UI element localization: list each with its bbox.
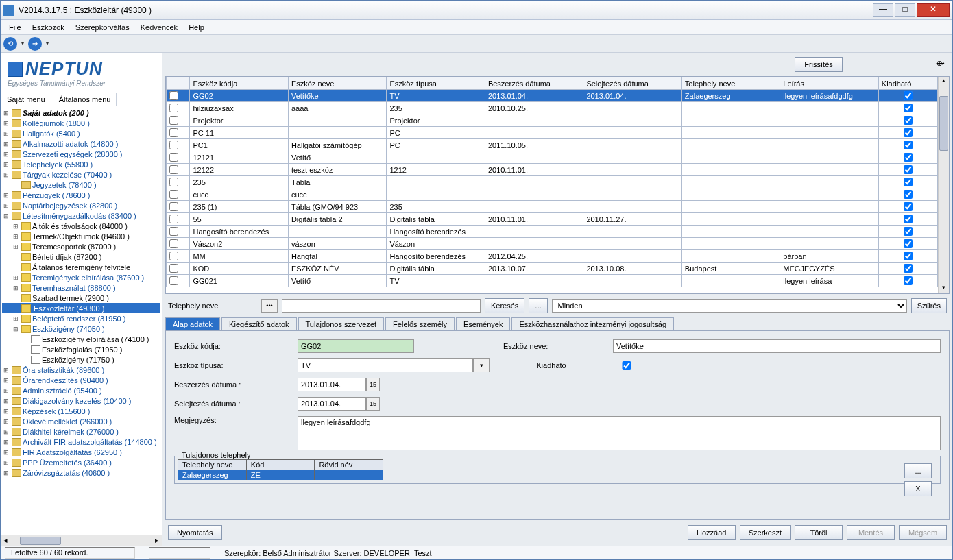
selejtezes-date-input[interactable] <box>298 397 366 411</box>
grid-header[interactable]: Leírás <box>780 77 878 90</box>
owner-row[interactable]: ZalaegerszegZE <box>178 470 383 480</box>
menu-kedvencek[interactable]: Kedvencek <box>135 22 183 33</box>
kiadhato-cell-checkbox[interactable] <box>904 153 913 162</box>
kiadhato-checkbox[interactable] <box>613 361 640 370</box>
tree-hscroll-thumb[interactable] <box>20 537 61 545</box>
tree-node[interactable]: ⊞Teremcsoportok (87000 ) <box>2 241 160 252</box>
neve-input[interactable] <box>613 339 941 353</box>
tree-node[interactable]: ⊞Saját adatok (200 ) <box>2 108 160 118</box>
kiadhato-cell-checkbox[interactable] <box>904 104 913 112</box>
megsem-button[interactable]: Mégsem <box>899 525 947 540</box>
mentes-button[interactable]: Mentés <box>847 525 895 540</box>
tree-node[interactable]: Eszközigény elbírálása (74100 ) <box>2 334 160 344</box>
kiadhato-cell-checkbox[interactable] <box>904 239 913 248</box>
owner-grid[interactable]: Telephely neveKódRövid névZalaegerszegZE <box>178 459 383 480</box>
tree-node[interactable]: ⊞Diákigazolvány kezelés (10400 ) <box>2 395 160 406</box>
kiadhato-cell-checkbox[interactable] <box>904 116 913 125</box>
table-row[interactable]: 235 (1)Tábla (GMO/94 923235 <box>167 201 938 213</box>
tree-node[interactable]: ⊞Naptárbejegyzések (82800 ) <box>2 200 160 210</box>
row-checkbox[interactable] <box>169 91 178 100</box>
refresh-button[interactable]: Frissítés <box>795 57 843 72</box>
tree-node[interactable]: ⊞Archivált FIR adatszolgáltatás (144800 … <box>2 437 160 447</box>
tree-node[interactable]: ⊟Eszközigény (74050 ) <box>2 324 160 334</box>
nav-back-dropdown[interactable]: ▾ <box>20 40 25 47</box>
nav-forward-dropdown[interactable]: ▾ <box>45 40 50 47</box>
table-row[interactable]: 55Digitális tábla 2Digitális tábla2010.1… <box>167 213 938 226</box>
grid-header[interactable]: Beszerzés dátuma <box>485 77 583 90</box>
owner-remove-button[interactable]: X <box>904 481 932 496</box>
szures-button[interactable]: Szűrés <box>911 298 947 313</box>
search-button[interactable]: Keresés <box>485 298 524 313</box>
row-checkbox[interactable] <box>169 215 178 223</box>
tree-node[interactable]: Eszközleltár (49300 ) <box>2 303 160 313</box>
detail-tab-4[interactable]: Események <box>456 317 510 330</box>
tree-node[interactable]: Szabad termek (2900 ) <box>2 293 160 303</box>
kiadhato-cell-checkbox[interactable] <box>904 91 913 100</box>
tree-node[interactable]: ⊞Tárgyak kezelése (70400 ) <box>2 169 160 180</box>
side-tab-0[interactable]: Saját menü <box>1 93 51 106</box>
row-checkbox[interactable] <box>169 165 178 174</box>
row-checkbox[interactable] <box>169 128 178 137</box>
owner-header[interactable]: Telephely neve <box>178 460 247 470</box>
owner-header[interactable]: Rövid név <box>315 460 383 470</box>
table-row[interactable]: Vászon2vászonVászon <box>167 238 938 250</box>
tree-node[interactable]: ⊞FIR Adatszolgáltatás (62950 ) <box>2 447 160 457</box>
tree-node[interactable]: ⊞Órarendkészítés (90400 ) <box>2 375 160 385</box>
table-row[interactable]: 12121Vetítő <box>167 151 938 164</box>
szerkeszt-button[interactable]: Szerkeszt <box>740 525 791 540</box>
nyomtatas-button[interactable]: Nyomtatás <box>168 525 222 540</box>
row-checkbox[interactable] <box>169 190 178 199</box>
row-checkbox[interactable] <box>169 239 178 248</box>
grid-header[interactable]: Selejtezés dátuma <box>583 77 681 90</box>
filter-field-selector[interactable]: ••• <box>261 299 278 313</box>
table-row[interactable]: Hangosító berendezésHangosító berendezés <box>167 226 938 238</box>
row-checkbox[interactable] <box>169 116 178 125</box>
owner-browse-button[interactable]: ... <box>904 463 932 478</box>
kiadhato-cell-checkbox[interactable] <box>904 227 913 236</box>
detail-tab-0[interactable]: Alap adatok <box>165 317 220 330</box>
kiadhato-cell-checkbox[interactable] <box>904 190 913 199</box>
filter-dots-button[interactable]: ... <box>529 298 547 313</box>
grid-vscroll-thumb[interactable] <box>939 96 948 151</box>
grid-header[interactable]: Telephely neve <box>681 77 780 90</box>
tree-node[interactable]: ⊞Kollégiumok (1800 ) <box>2 118 160 128</box>
menu-eszközök[interactable]: Eszközök <box>27 22 70 33</box>
menu-file[interactable]: File <box>3 22 27 33</box>
nav-forward-button[interactable]: ➔ <box>28 37 42 51</box>
table-row[interactable]: GG02VetítőkeTV2013.01.04.2013.01.04.Zala… <box>167 90 938 102</box>
torol-button[interactable]: Töröl <box>795 525 843 540</box>
filter-input[interactable] <box>282 299 481 313</box>
kiadhato-cell-checkbox[interactable] <box>904 215 913 223</box>
tree-node[interactable]: ⊞Telephelyek (55800 ) <box>2 159 160 169</box>
tree-node[interactable]: ⊞Ajtók és távolságok (84000 ) <box>2 221 160 231</box>
tree-node[interactable]: Eszközfoglalás (71950 ) <box>2 344 160 354</box>
row-checkbox[interactable] <box>169 153 178 162</box>
tree-node[interactable]: ⊞Diákhitel kérelmek (276000 ) <box>2 426 160 437</box>
pin-icon[interactable]: ⟴ <box>936 59 947 70</box>
minimize-button[interactable]: — <box>873 3 893 17</box>
tree-node[interactable]: ⊞Teremhasználat (88800 ) <box>2 282 160 293</box>
grid-table[interactable]: Eszköz kódjaEszköz neveEszköz típusaBesz… <box>166 77 938 287</box>
table-row[interactable]: 235Tábla <box>167 176 938 188</box>
tipusa-dropdown[interactable]: ▾ <box>473 358 490 372</box>
grid-header[interactable]: Eszköz neve <box>288 77 386 90</box>
table-row[interactable]: 12122teszt eszköz12122010.11.01. <box>167 164 938 176</box>
kiadhato-cell-checkbox[interactable] <box>904 141 913 149</box>
row-checkbox[interactable] <box>169 202 178 211</box>
table-row[interactable]: PC 11PC <box>167 127 938 139</box>
row-checkbox[interactable] <box>169 252 178 260</box>
table-row[interactable]: PC1Hallgatói számítógépPC2011.10.05. <box>167 139 938 151</box>
kiadhato-cell-checkbox[interactable] <box>904 128 913 137</box>
row-checkbox[interactable] <box>169 227 178 236</box>
table-row[interactable]: GG021VetítőTVllegyen leírása <box>167 275 938 287</box>
beszerzes-date-input[interactable] <box>298 378 366 391</box>
tree-node[interactable]: ⊞Képzések (115600 ) <box>2 406 160 416</box>
table-row[interactable]: ProjektorProjektor <box>167 114 938 127</box>
owner-header[interactable]: Kód <box>246 460 315 470</box>
row-checkbox[interactable] <box>169 178 178 186</box>
tree-node[interactable]: ⊞Pénzügyek (78600 ) <box>2 190 160 200</box>
nav-back-button[interactable]: ⟲ <box>3 37 17 51</box>
detail-tab-5[interactable]: Eszközhasználathoz intezményi jogosultsá… <box>511 317 674 330</box>
table-row[interactable]: KODESZKÖZ NÉVDigitális tábla2013.10.07.2… <box>167 263 938 275</box>
kiadhato-cell-checkbox[interactable] <box>904 178 913 186</box>
